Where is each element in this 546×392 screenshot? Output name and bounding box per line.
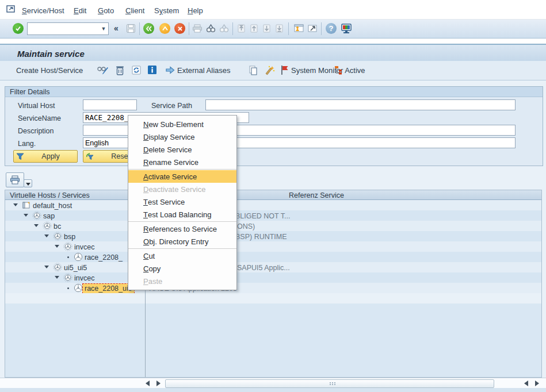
delete-icon[interactable] <box>115 65 125 76</box>
menu-separator <box>128 221 236 222</box>
command-input[interactable] <box>28 24 99 34</box>
external-aliases-button[interactable]: External Aliases <box>177 66 231 75</box>
system-monitor-flag-icon <box>280 65 289 75</box>
system-menu-icon[interactable] <box>6 5 16 14</box>
menu-goto[interactable]: Goto <box>98 6 114 15</box>
tree-node-label[interactable]: ui5_ui5 <box>64 264 87 272</box>
command-field[interactable]: ▼ <box>27 22 109 35</box>
find-next-icon[interactable] <box>219 24 229 33</box>
scroll-left-icon[interactable] <box>146 381 150 386</box>
tree-row[interactable]: race_2208_ <box>5 252 541 262</box>
collapse-arrow-icon[interactable] <box>55 276 59 279</box>
menu-edit[interactable]: Edit <box>74 6 86 15</box>
menu-item-obj-directory-entry[interactable]: Obj. Directory Entry <box>128 235 236 248</box>
menu-item-test-load-balancing[interactable]: Test Load Balancing <box>128 208 236 221</box>
menu-service-host[interactable]: Service/Host <box>22 6 64 15</box>
menu-item-activate-service[interactable]: Activate Service <box>128 170 236 183</box>
tree-column-reference-header[interactable]: Referenz Service <box>289 192 344 199</box>
tree-node-description: ONS) <box>237 222 255 230</box>
tree-node-label[interactable]: invcec <box>74 243 94 251</box>
tree-node-label[interactable]: sap <box>43 212 55 220</box>
page-title: Maintain service <box>17 49 85 59</box>
menu-item-copy[interactable]: Copy <box>128 262 236 275</box>
last-page-icon[interactable] <box>274 24 284 33</box>
tree-row[interactable]: bsp BSP) RUNTIME <box>5 231 541 241</box>
apply-button[interactable]: Apply <box>13 150 78 163</box>
filter-details-title: Filter Details <box>10 88 49 96</box>
create-shortcut-icon[interactable] <box>307 24 318 33</box>
print-icon[interactable] <box>192 24 203 33</box>
save-icon[interactable] <box>126 24 136 33</box>
service-icon <box>32 211 41 220</box>
scroll-left-icon[interactable] <box>524 381 528 386</box>
menu-system[interactable]: System <box>154 6 179 15</box>
refresh-icon[interactable] <box>131 65 142 75</box>
menu-help[interactable]: Help <box>188 6 203 15</box>
menu-item-rename-service[interactable]: Rename Service <box>128 156 236 168</box>
menu-client[interactable]: Client <box>125 6 144 15</box>
menu-item-references-to-service[interactable]: References to Service <box>128 222 236 235</box>
service-icon <box>53 232 62 241</box>
service-icon <box>63 273 72 282</box>
exit-icon[interactable] <box>159 23 170 34</box>
service-path-input[interactable] <box>205 99 516 110</box>
customize-layout-icon[interactable] <box>341 23 352 34</box>
lang-label: Lang. <box>18 140 36 148</box>
back-icon[interactable] <box>143 23 154 34</box>
tree-node-label[interactable]: invcec <box>74 274 94 282</box>
tree-row[interactable]: default_host <box>5 200 541 210</box>
tree-row[interactable]: bc ONS) <box>5 221 541 231</box>
menu-item-deactivate-service: Deactivate Service <box>128 183 236 195</box>
tree-row[interactable]: invcec <box>5 272 541 283</box>
collapse-toolbar-icon[interactable]: « <box>114 24 119 32</box>
toolbar-separator <box>232 22 233 35</box>
leaf-bullet-icon <box>67 256 69 258</box>
cancel-icon[interactable] <box>174 23 185 34</box>
scrollbar-thumb[interactable] <box>165 379 494 388</box>
tree-column-services-header[interactable]: Virtuelle Hosts / Services <box>10 192 90 199</box>
tree-row[interactable]: race_2208_ui5 RACE UI5 Application 2208 <box>5 283 541 293</box>
collapse-arrow-icon[interactable] <box>24 214 28 217</box>
enter-icon[interactable] <box>13 23 24 34</box>
print-dropdown-button[interactable] <box>24 179 32 187</box>
hierarchy-maintenance-icon[interactable] <box>334 65 344 75</box>
collapse-arrow-icon[interactable] <box>44 235 49 237</box>
external-aliases-icon[interactable] <box>165 66 175 74</box>
horizontal-scrollbar[interactable] <box>0 378 546 389</box>
tree-row[interactable]: ui5_ui5 SAPUI5 Applic... <box>5 262 541 272</box>
new-session-icon[interactable] <box>293 24 304 33</box>
tree-node-label[interactable]: bc <box>54 222 61 230</box>
collapse-arrow-icon[interactable] <box>55 245 59 248</box>
service-path-label: Service Path <box>151 102 192 110</box>
create-host-service-button[interactable]: Create Host/Service <box>16 66 83 75</box>
tree-node-label[interactable]: default_host <box>33 202 72 210</box>
menu-item-new-sub-element[interactable]: New Sub-Element <box>128 118 236 130</box>
selected-tree-node-label[interactable]: race_2208_ui5 <box>82 283 135 294</box>
menu-item-delete-service[interactable]: Delete Service <box>128 143 236 156</box>
menu-item-cut[interactable]: Cut <box>128 249 236 262</box>
menu-item-display-service[interactable]: Display Service <box>128 130 236 143</box>
scroll-right-icon[interactable] <box>535 381 539 386</box>
menu-item-test-service[interactable]: Test Service <box>128 195 236 208</box>
print-tree-button[interactable] <box>6 172 24 187</box>
virtual-host-input[interactable] <box>83 99 137 110</box>
tree-row[interactable]: invcec <box>5 241 541 252</box>
copy-icon[interactable] <box>249 65 258 75</box>
scroll-right-icon[interactable] <box>156 381 161 386</box>
wizard-icon[interactable] <box>264 65 275 75</box>
tree-row[interactable]: sap BLIGED NOT T... <box>5 210 541 221</box>
application-toolbar: Create Host/Service Externa <box>0 61 546 80</box>
tree-node-label[interactable]: race_2208_ <box>85 253 123 262</box>
next-page-icon[interactable] <box>262 24 272 33</box>
find-icon[interactable] <box>206 24 216 33</box>
help-icon[interactable]: ? <box>326 23 337 34</box>
command-dropdown-icon[interactable]: ▼ <box>99 24 108 34</box>
tree-node-label[interactable]: bsp <box>64 233 75 241</box>
info-icon[interactable] <box>147 65 157 75</box>
previous-page-icon[interactable] <box>249 24 259 33</box>
collapse-arrow-icon[interactable] <box>34 224 39 227</box>
display-change-icon[interactable] <box>97 66 109 75</box>
first-page-icon[interactable] <box>236 24 246 33</box>
collapse-arrow-icon[interactable] <box>44 266 49 268</box>
collapse-arrow-icon[interactable] <box>13 203 18 206</box>
